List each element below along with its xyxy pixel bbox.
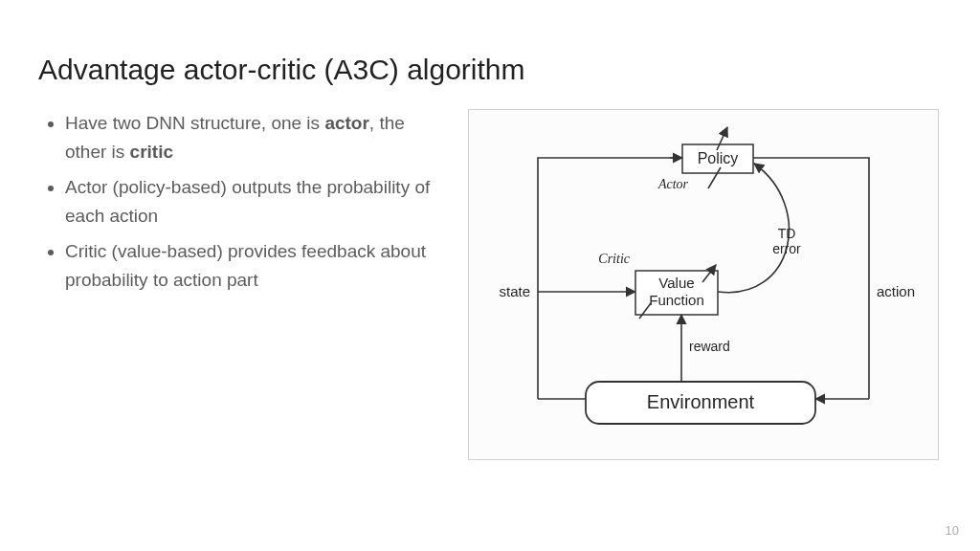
critic-label: Critic xyxy=(598,252,630,266)
list-item: Actor (policy-based) outputs the probabi… xyxy=(65,173,450,231)
slide-title: Advantage actor-critic (A3C) algorithm xyxy=(38,54,942,86)
page-number: 10 xyxy=(946,523,959,538)
reward-label: reward xyxy=(689,339,730,354)
td-error-label-1: TD xyxy=(778,226,796,241)
list-item: Critic (value-based) provides feedback a… xyxy=(65,237,450,296)
environment-label: Environment xyxy=(647,391,755,412)
state-label: state xyxy=(499,283,530,299)
value-function-label-2: Function xyxy=(649,292,704,308)
action-label: action xyxy=(877,283,915,299)
actor-critic-diagram: Environment state action Policy Actor xyxy=(468,109,939,460)
actor-label: Actor xyxy=(657,177,689,191)
value-function-label-1: Value xyxy=(658,275,694,291)
policy-label: Policy xyxy=(698,150,739,166)
bullet-list: Have two DNN structure, one is actor, th… xyxy=(38,109,450,460)
td-error-label-2: error xyxy=(772,241,801,256)
list-item: Have two DNN structure, one is actor, th… xyxy=(65,109,450,167)
